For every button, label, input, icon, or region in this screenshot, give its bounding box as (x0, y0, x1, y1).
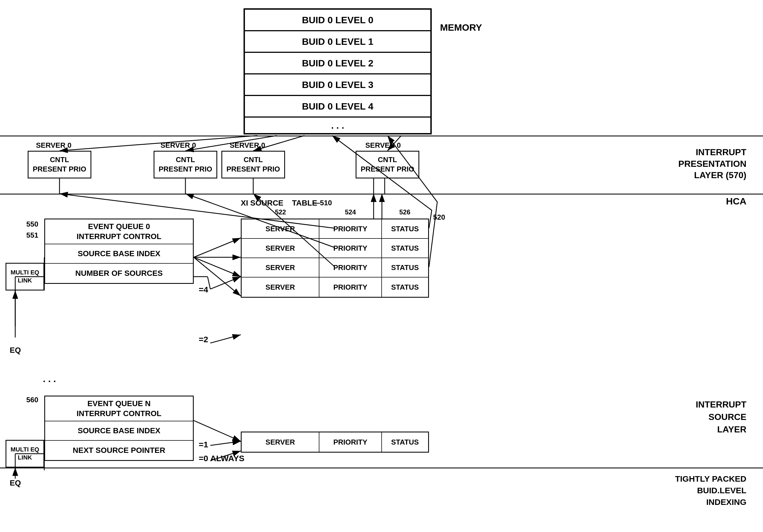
row4-status: STATUS (382, 277, 428, 297)
eq0-box: EVENT QUEUE 0INTERRUPT CONTROL SOURCE BA… (44, 219, 194, 284)
bottom-priority: PRIORITY (319, 432, 382, 452)
server-box-4: CNTLPRESENT PRIO (356, 151, 419, 178)
eq0-number-of-sources: NUMBER OF SOURCES (45, 264, 193, 283)
tightly-packed-label: TIGHTLY PACKEDBUID.LEVELINDEXING (675, 473, 746, 508)
equals-0: =0 ALWAYS (199, 454, 244, 463)
xi-source-table: 522 524 526 SERVER PRIORITY STATUS SERVE… (241, 219, 429, 298)
row3-priority: PRIORITY (319, 258, 382, 277)
table-row-2: SERVER PRIORITY STATUS (242, 239, 428, 258)
buid-level-0: BUID 0 LEVEL 0 (244, 9, 431, 31)
buid-level-dots: . . . (244, 117, 431, 134)
interrupt-presentation-label: INTERRUPTPRESENTATIONLAYER (570) (678, 147, 746, 181)
eqn-multi-eq-link: MULTI EQLINK (6, 440, 44, 468)
row2-server: SERVER (242, 239, 319, 258)
buid-level-3: BUID 0 LEVEL 3 (244, 74, 431, 95)
eqn-source-base-index: SOURCE BASE INDEX (45, 421, 193, 441)
bottom-server: SERVER (242, 432, 319, 452)
svg-line-18 (194, 420, 241, 441)
equals-2: =2 (199, 335, 208, 344)
eq-label-top: EQ (10, 346, 21, 355)
buid-level-4: BUID 0 LEVEL 4 (244, 95, 431, 117)
buid-level-2: BUID 0 LEVEL 2 (244, 52, 431, 74)
memory-line (0, 136, 763, 136)
server-label-4: SERVER 0 (365, 141, 401, 150)
hca-line (0, 194, 763, 194)
bottom-status: STATUS (382, 432, 428, 452)
bottom-row: SERVER PRIORITY STATUS (242, 432, 428, 452)
row4-server: SERVER (242, 277, 319, 297)
memory-label: MEMORY (440, 22, 482, 33)
svg-line-13 (194, 257, 241, 277)
row1-status: STATUS (382, 219, 428, 238)
eq-label-bottom: EQ (10, 479, 21, 487)
xi-source-label: XI SOURCE (241, 199, 283, 207)
col-ref-526: 526 (382, 208, 428, 216)
row1-server: SERVER (242, 219, 319, 238)
eq-dots: . . . (43, 373, 56, 384)
row2-status: STATUS (382, 239, 428, 258)
eq0-ref-550: 550 (26, 220, 38, 229)
svg-line-11 (194, 238, 241, 257)
equals-1: =1 (199, 440, 208, 449)
eqn-ref-560: 560 (26, 396, 38, 404)
interrupt-source-label: INTERRUPTSOURCELAYER (696, 398, 746, 435)
eq0-title: EVENT QUEUE 0INTERRUPT CONTROL (45, 219, 193, 244)
row2-priority: PRIORITY (319, 239, 382, 258)
col-ref-524: 524 (319, 208, 382, 216)
interrupt-presentation-ref: (570) (726, 170, 746, 180)
eqn-title: EVENT QUEUE NINTERRUPT CONTROL (45, 396, 193, 421)
svg-line-17 (210, 277, 241, 289)
col-ref-522: 522 (242, 208, 319, 216)
eqn-next-source-pointer: NEXT SOURCE POINTER (45, 441, 193, 460)
equals-4: =4 (199, 285, 208, 294)
row3-status: STATUS (382, 258, 428, 277)
table-row-4: SERVER PRIORITY STATUS (242, 277, 428, 297)
eq0-source-base-index: SOURCE BASE INDEX (45, 244, 193, 264)
table-row-3: SERVER PRIORITY STATUS (242, 258, 428, 277)
server-label-3: SERVER 0 (230, 141, 265, 150)
xi-table-ref: —510 (313, 199, 332, 207)
eqn-box: EVENT QUEUE NINTERRUPT CONTROL SOURCE BA… (44, 396, 194, 461)
row4-priority: PRIORITY (319, 277, 382, 297)
xi-outer-ref: 520 (433, 213, 445, 222)
buid-table: BUID 0 LEVEL 0 BUID 0 LEVEL 1 BUID 0 LEV… (244, 8, 432, 135)
table-row-1: SERVER PRIORITY STATUS (242, 219, 428, 239)
diagram: BUID 0 LEVEL 0 BUID 0 LEVEL 1 BUID 0 LEV… (0, 0, 763, 532)
svg-line-2 (59, 136, 257, 151)
buid-level-1: BUID 0 LEVEL 1 (244, 31, 431, 52)
row1-priority: PRIORITY (319, 219, 382, 238)
svg-line-20 (210, 441, 241, 445)
eq0-ref-551: 551 (26, 231, 38, 240)
eq0-multi-eq-link: MULTI EQLINK (6, 263, 44, 290)
row3-server: SERVER (242, 258, 319, 277)
hca-label: HCA (726, 196, 746, 207)
interrupt-source-line (0, 468, 763, 469)
server-label-1: SERVER 0 (36, 141, 71, 150)
server-label-2: SERVER 0 (161, 141, 196, 150)
svg-line-19 (210, 335, 241, 343)
xi-bottom-table: SERVER PRIORITY STATUS (241, 432, 429, 453)
server-box-3: CNTLPRESENT PRIO (221, 151, 285, 178)
server-box-1: CNTLPRESENT PRIO (28, 151, 91, 178)
server-box-2: CNTLPRESENT PRIO (154, 151, 217, 178)
